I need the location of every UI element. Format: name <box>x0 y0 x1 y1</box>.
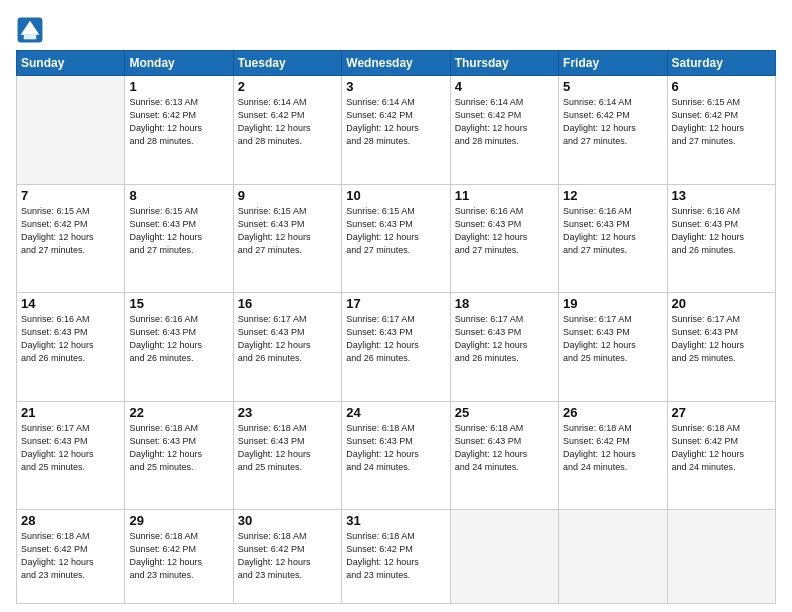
day-info: Sunrise: 6:16 AM Sunset: 6:43 PM Dayligh… <box>21 313 120 365</box>
calendar-cell: 2Sunrise: 6:14 AM Sunset: 6:42 PM Daylig… <box>233 76 341 185</box>
calendar-cell: 31Sunrise: 6:18 AM Sunset: 6:42 PM Dayli… <box>342 510 450 604</box>
day-number: 30 <box>238 513 337 528</box>
day-info: Sunrise: 6:14 AM Sunset: 6:42 PM Dayligh… <box>238 96 337 148</box>
svg-rect-2 <box>24 35 36 40</box>
day-number: 13 <box>672 188 771 203</box>
day-info: Sunrise: 6:17 AM Sunset: 6:43 PM Dayligh… <box>21 422 120 474</box>
calendar-cell: 3Sunrise: 6:14 AM Sunset: 6:42 PM Daylig… <box>342 76 450 185</box>
calendar-week-1: 7Sunrise: 6:15 AM Sunset: 6:42 PM Daylig… <box>17 184 776 293</box>
day-number: 7 <box>21 188 120 203</box>
calendar-cell: 9Sunrise: 6:15 AM Sunset: 6:43 PM Daylig… <box>233 184 341 293</box>
day-info: Sunrise: 6:17 AM Sunset: 6:43 PM Dayligh… <box>346 313 445 365</box>
day-number: 24 <box>346 405 445 420</box>
calendar-cell: 25Sunrise: 6:18 AM Sunset: 6:43 PM Dayli… <box>450 401 558 510</box>
day-info: Sunrise: 6:15 AM Sunset: 6:43 PM Dayligh… <box>238 205 337 257</box>
day-number: 25 <box>455 405 554 420</box>
calendar-cell: 28Sunrise: 6:18 AM Sunset: 6:42 PM Dayli… <box>17 510 125 604</box>
header <box>16 16 776 44</box>
day-number: 15 <box>129 296 228 311</box>
calendar-header-thursday: Thursday <box>450 51 558 76</box>
calendar-header-wednesday: Wednesday <box>342 51 450 76</box>
day-number: 9 <box>238 188 337 203</box>
day-info: Sunrise: 6:17 AM Sunset: 6:43 PM Dayligh… <box>238 313 337 365</box>
day-info: Sunrise: 6:17 AM Sunset: 6:43 PM Dayligh… <box>455 313 554 365</box>
calendar-cell: 22Sunrise: 6:18 AM Sunset: 6:43 PM Dayli… <box>125 401 233 510</box>
calendar-cell <box>450 510 558 604</box>
day-number: 6 <box>672 79 771 94</box>
day-number: 31 <box>346 513 445 528</box>
day-info: Sunrise: 6:16 AM Sunset: 6:43 PM Dayligh… <box>129 313 228 365</box>
calendar-cell: 26Sunrise: 6:18 AM Sunset: 6:42 PM Dayli… <box>559 401 667 510</box>
calendar-week-0: 1Sunrise: 6:13 AM Sunset: 6:42 PM Daylig… <box>17 76 776 185</box>
day-number: 28 <box>21 513 120 528</box>
calendar-cell: 6Sunrise: 6:15 AM Sunset: 6:42 PM Daylig… <box>667 76 775 185</box>
calendar-cell: 29Sunrise: 6:18 AM Sunset: 6:42 PM Dayli… <box>125 510 233 604</box>
day-info: Sunrise: 6:18 AM Sunset: 6:42 PM Dayligh… <box>672 422 771 474</box>
day-number: 18 <box>455 296 554 311</box>
day-number: 22 <box>129 405 228 420</box>
day-info: Sunrise: 6:18 AM Sunset: 6:43 PM Dayligh… <box>455 422 554 474</box>
calendar-table: SundayMondayTuesdayWednesdayThursdayFrid… <box>16 50 776 604</box>
day-number: 16 <box>238 296 337 311</box>
calendar-cell: 4Sunrise: 6:14 AM Sunset: 6:42 PM Daylig… <box>450 76 558 185</box>
calendar-cell: 10Sunrise: 6:15 AM Sunset: 6:43 PM Dayli… <box>342 184 450 293</box>
day-info: Sunrise: 6:17 AM Sunset: 6:43 PM Dayligh… <box>563 313 662 365</box>
day-info: Sunrise: 6:17 AM Sunset: 6:43 PM Dayligh… <box>672 313 771 365</box>
day-number: 11 <box>455 188 554 203</box>
day-info: Sunrise: 6:18 AM Sunset: 6:42 PM Dayligh… <box>346 530 445 582</box>
day-number: 1 <box>129 79 228 94</box>
day-info: Sunrise: 6:18 AM Sunset: 6:43 PM Dayligh… <box>238 422 337 474</box>
day-info: Sunrise: 6:15 AM Sunset: 6:42 PM Dayligh… <box>21 205 120 257</box>
day-number: 23 <box>238 405 337 420</box>
calendar-header-tuesday: Tuesday <box>233 51 341 76</box>
day-info: Sunrise: 6:14 AM Sunset: 6:42 PM Dayligh… <box>346 96 445 148</box>
calendar-cell: 13Sunrise: 6:16 AM Sunset: 6:43 PM Dayli… <box>667 184 775 293</box>
calendar-header-monday: Monday <box>125 51 233 76</box>
calendar-cell: 12Sunrise: 6:16 AM Sunset: 6:43 PM Dayli… <box>559 184 667 293</box>
day-info: Sunrise: 6:15 AM Sunset: 6:42 PM Dayligh… <box>672 96 771 148</box>
day-number: 4 <box>455 79 554 94</box>
logo <box>16 16 48 44</box>
calendar-header-saturday: Saturday <box>667 51 775 76</box>
day-info: Sunrise: 6:14 AM Sunset: 6:42 PM Dayligh… <box>455 96 554 148</box>
calendar-cell <box>667 510 775 604</box>
day-number: 2 <box>238 79 337 94</box>
day-number: 14 <box>21 296 120 311</box>
day-number: 26 <box>563 405 662 420</box>
day-number: 19 <box>563 296 662 311</box>
day-info: Sunrise: 6:16 AM Sunset: 6:43 PM Dayligh… <box>455 205 554 257</box>
calendar-cell <box>17 76 125 185</box>
day-info: Sunrise: 6:16 AM Sunset: 6:43 PM Dayligh… <box>672 205 771 257</box>
day-number: 5 <box>563 79 662 94</box>
calendar-cell <box>559 510 667 604</box>
calendar-cell: 23Sunrise: 6:18 AM Sunset: 6:43 PM Dayli… <box>233 401 341 510</box>
calendar-header-sunday: Sunday <box>17 51 125 76</box>
calendar-cell: 14Sunrise: 6:16 AM Sunset: 6:43 PM Dayli… <box>17 293 125 402</box>
day-info: Sunrise: 6:18 AM Sunset: 6:42 PM Dayligh… <box>21 530 120 582</box>
calendar-cell: 7Sunrise: 6:15 AM Sunset: 6:42 PM Daylig… <box>17 184 125 293</box>
day-info: Sunrise: 6:15 AM Sunset: 6:43 PM Dayligh… <box>129 205 228 257</box>
day-number: 3 <box>346 79 445 94</box>
calendar-header-friday: Friday <box>559 51 667 76</box>
calendar-cell: 30Sunrise: 6:18 AM Sunset: 6:42 PM Dayli… <box>233 510 341 604</box>
calendar-cell: 15Sunrise: 6:16 AM Sunset: 6:43 PM Dayli… <box>125 293 233 402</box>
calendar-cell: 20Sunrise: 6:17 AM Sunset: 6:43 PM Dayli… <box>667 293 775 402</box>
calendar-week-4: 28Sunrise: 6:18 AM Sunset: 6:42 PM Dayli… <box>17 510 776 604</box>
page: SundayMondayTuesdayWednesdayThursdayFrid… <box>0 0 792 612</box>
calendar-cell: 11Sunrise: 6:16 AM Sunset: 6:43 PM Dayli… <box>450 184 558 293</box>
day-number: 27 <box>672 405 771 420</box>
logo-icon <box>16 16 44 44</box>
day-info: Sunrise: 6:18 AM Sunset: 6:42 PM Dayligh… <box>238 530 337 582</box>
calendar-cell: 17Sunrise: 6:17 AM Sunset: 6:43 PM Dayli… <box>342 293 450 402</box>
day-info: Sunrise: 6:18 AM Sunset: 6:43 PM Dayligh… <box>129 422 228 474</box>
calendar-cell: 27Sunrise: 6:18 AM Sunset: 6:42 PM Dayli… <box>667 401 775 510</box>
day-info: Sunrise: 6:18 AM Sunset: 6:42 PM Dayligh… <box>129 530 228 582</box>
day-number: 12 <box>563 188 662 203</box>
day-number: 21 <box>21 405 120 420</box>
day-number: 8 <box>129 188 228 203</box>
calendar-cell: 5Sunrise: 6:14 AM Sunset: 6:42 PM Daylig… <box>559 76 667 185</box>
day-info: Sunrise: 6:16 AM Sunset: 6:43 PM Dayligh… <box>563 205 662 257</box>
calendar-cell: 21Sunrise: 6:17 AM Sunset: 6:43 PM Dayli… <box>17 401 125 510</box>
day-number: 10 <box>346 188 445 203</box>
calendar-cell: 8Sunrise: 6:15 AM Sunset: 6:43 PM Daylig… <box>125 184 233 293</box>
